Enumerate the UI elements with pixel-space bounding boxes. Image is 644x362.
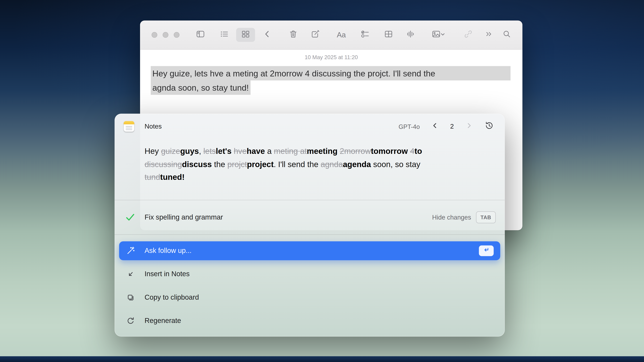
- new-note-button[interactable]: [310, 30, 320, 40]
- regenerate-row[interactable]: Regenerate: [119, 310, 500, 332]
- copy-to-clipboard-label: Copy to clipboard: [144, 287, 199, 308]
- diff-segment: meeting: [307, 146, 338, 156]
- table-button[interactable]: [384, 30, 394, 40]
- delete-note-button[interactable]: [288, 30, 298, 40]
- gallery-view-button[interactable]: [241, 30, 250, 40]
- diff-segment: let's: [216, 146, 232, 156]
- search-icon: [502, 29, 512, 41]
- gallery-view-icon: [241, 29, 250, 41]
- link-button[interactable]: [463, 30, 473, 40]
- fix-spelling-row[interactable]: Fix spelling and grammar Hide changes TA…: [114, 200, 505, 234]
- diff-segment: [408, 146, 410, 156]
- diff-segment: ,: [199, 146, 204, 156]
- diff-segment: hve: [234, 146, 247, 156]
- diff-segment: Hey: [144, 146, 161, 156]
- divider: [114, 234, 505, 235]
- previous-result-button[interactable]: [431, 123, 439, 130]
- diff-segment: to: [414, 146, 422, 156]
- insert-arrow-icon: [126, 270, 135, 279]
- diff-segment: 4: [410, 146, 414, 156]
- note-text-line2: agnda soon, so stay tund!: [151, 80, 250, 95]
- diff-segment: guize: [161, 146, 180, 156]
- close-window-button[interactable]: [152, 32, 157, 38]
- table-icon: [384, 29, 394, 41]
- diff-segment: tuned!: [160, 172, 185, 182]
- chevron-left-icon: [262, 29, 272, 41]
- notes-toolbar: Aa: [140, 20, 522, 50]
- diff-segment: the: [212, 159, 228, 168]
- text-format-button[interactable]: Aa: [336, 30, 346, 40]
- sidebar-icon: [196, 29, 206, 41]
- diff-segment: a: [265, 146, 274, 156]
- diff-segment: guys: [180, 146, 199, 156]
- ask-follow-up-row[interactable]: Ask follow up...: [119, 241, 500, 260]
- next-result-button[interactable]: [466, 123, 473, 130]
- ask-follow-up-label: Ask follow up...: [144, 241, 192, 260]
- diff-segment: discuss: [182, 159, 212, 168]
- diff-segment: 2morrow: [340, 146, 371, 156]
- magic-wand-icon: [126, 246, 135, 255]
- minimize-window-button[interactable]: [163, 32, 168, 38]
- diff-segment: have: [247, 146, 265, 156]
- regenerate-label: Regenerate: [144, 310, 181, 332]
- model-selector[interactable]: GPT-4o: [399, 123, 420, 130]
- diff-segment: . I'll send the: [274, 159, 321, 168]
- note-body[interactable]: Hey guize, lets hve a meting at 2morrow …: [151, 66, 510, 95]
- note-text-line1: Hey guize, lets hve a meting at 2morrow …: [151, 66, 510, 80]
- diff-segment: discussing: [144, 159, 182, 168]
- insert-media-button[interactable]: [431, 30, 441, 40]
- history-icon: [484, 121, 494, 132]
- diff-segment: [232, 146, 234, 156]
- compose-icon: [310, 29, 320, 41]
- copy-icon: [126, 293, 135, 302]
- assistant-app-name: Notes: [144, 114, 162, 139]
- insert-in-notes-label: Insert in Notes: [144, 264, 190, 285]
- hide-changes-label[interactable]: Hide changes: [432, 214, 471, 221]
- search-button[interactable]: [502, 30, 512, 40]
- fix-spelling-label: Fix spelling and grammar: [144, 200, 223, 234]
- waveform-icon: [406, 29, 416, 41]
- result-page-number: 2: [450, 123, 454, 130]
- return-key-icon: [482, 246, 490, 256]
- sidebar-toggle-button[interactable]: [196, 30, 206, 40]
- checkmark-icon: [125, 212, 135, 222]
- more-toolbar-button[interactable]: [484, 30, 494, 40]
- diff-segment: agnda: [321, 159, 343, 168]
- audio-button[interactable]: [406, 30, 416, 40]
- diff-segment: meting at: [274, 146, 307, 156]
- diff-segment: projct: [228, 159, 247, 168]
- media-dropdown-button[interactable]: [440, 32, 445, 37]
- chevron-right-icon: [466, 122, 472, 131]
- notes-app-icon: [124, 121, 134, 132]
- checklist-button[interactable]: [360, 30, 370, 40]
- checklist-icon: [360, 29, 370, 41]
- notes-app-icon-top: [124, 121, 134, 124]
- trash-icon: [288, 29, 298, 41]
- return-key-badge[interactable]: [479, 245, 494, 256]
- history-button[interactable]: [484, 121, 494, 131]
- ai-assistant-panel: Notes GPT-4o 2: [114, 114, 505, 337]
- text-format-icon: Aa: [337, 30, 346, 39]
- insert-in-notes-row[interactable]: Insert in Notes: [119, 264, 500, 285]
- diff-segment: project: [247, 159, 274, 168]
- list-view-icon: [219, 29, 229, 41]
- link-icon: [463, 29, 473, 41]
- diff-segment: tomorrow: [371, 146, 408, 156]
- assistant-header: Notes GPT-4o 2: [114, 114, 505, 139]
- diff-segment: agenda: [343, 159, 371, 168]
- photo-icon: [431, 29, 441, 41]
- diff-segment: soon, so stay: [371, 159, 420, 168]
- diff-segment: [338, 146, 340, 156]
- zoom-window-button[interactable]: [174, 32, 180, 38]
- back-button[interactable]: [262, 30, 272, 40]
- diff-segment: tund: [144, 172, 160, 182]
- note-date: 10 May 2025 at 11:20: [140, 54, 522, 60]
- corrected-text-diff: Hey guizeguys, letslet's hvehave a metin…: [144, 145, 454, 184]
- chevron-down-icon: [440, 31, 445, 38]
- diff-segment: lets: [203, 146, 216, 156]
- bottom-desktop-strip: [0, 356, 644, 362]
- list-view-button[interactable]: [219, 30, 229, 40]
- copy-to-clipboard-row[interactable]: Copy to clipboard: [119, 287, 500, 308]
- tab-key-badge[interactable]: TAB: [476, 211, 496, 223]
- desktop: Aa: [0, 0, 644, 362]
